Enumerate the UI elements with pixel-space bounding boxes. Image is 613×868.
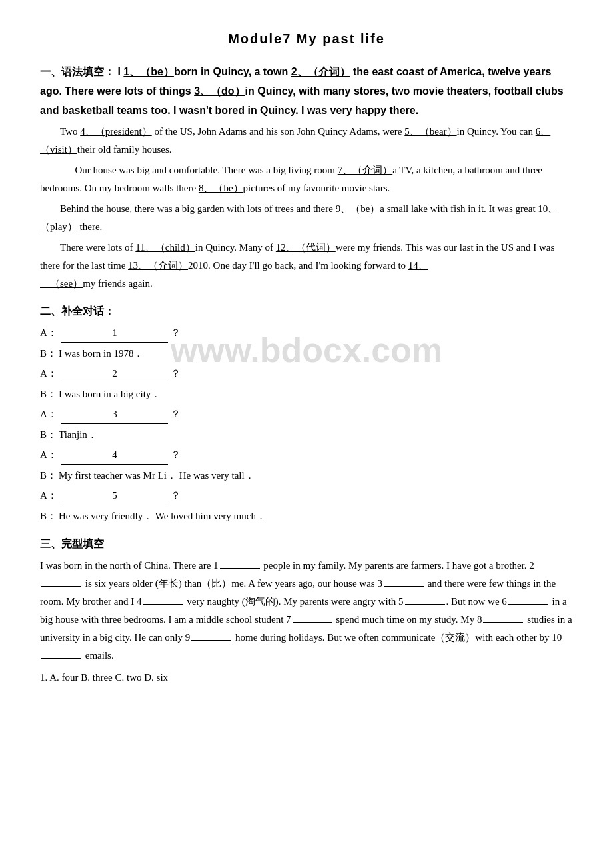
section3-label: 三、完型填空 bbox=[40, 535, 573, 554]
dialogue-b4: B： My first teacher was Mr Li． He was ve… bbox=[40, 467, 573, 485]
page-title: Module7 My past life bbox=[40, 27, 573, 51]
section1-label: 一、语法填空： I 1、（be）born in Quincy, a town 2… bbox=[40, 63, 573, 120]
dialogue-a5: A： 5 ？ bbox=[40, 487, 573, 505]
dialogue-b3: B： Tianjin． bbox=[40, 426, 573, 444]
para-2: Two 4、（president） of the US, John Adams … bbox=[40, 123, 573, 159]
para-4: Behind the house, there was a big garden… bbox=[40, 200, 573, 236]
dialogue-b5: B： He was very friendly． We loved him ve… bbox=[40, 507, 573, 525]
section3-para: I was born in the north of China. There … bbox=[40, 557, 573, 665]
dialogue-a2: A： 2 ？ bbox=[40, 365, 573, 383]
para-3: Our house was big and comfortable. There… bbox=[40, 161, 573, 197]
dialogue-b1: B： I was born in 1978． bbox=[40, 345, 573, 363]
section2-label: 二、补全对话： bbox=[40, 302, 573, 321]
dialogue-a1: A： 1 ？ bbox=[40, 324, 573, 343]
dialogue-a3: A： 3 ？ bbox=[40, 405, 573, 424]
dialogue-b2: B： I was born in a big city． bbox=[40, 385, 573, 403]
dialogue-a4: A： 4 ？ bbox=[40, 446, 573, 465]
answer-row-1: 1. A. four B. three C. two D. six bbox=[40, 669, 573, 687]
para-5: There were lots of 11、（child）in Quincy. … bbox=[40, 239, 573, 293]
